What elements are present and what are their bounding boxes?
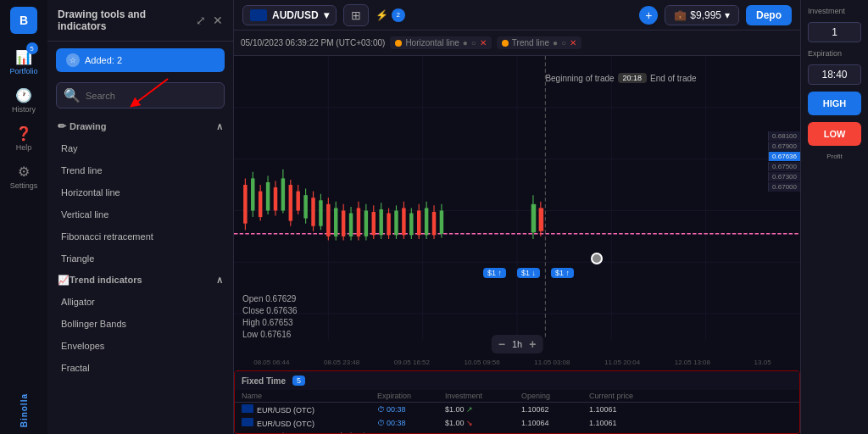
horizontal-line-label: Horizontal line — [405, 38, 459, 47]
added-badge[interactable]: ☆ Added: 2 — [56, 48, 225, 72]
settings-icon: ⚙ — [18, 164, 30, 180]
brand-logo: B — [10, 7, 37, 34]
investment-label: Investment — [808, 7, 861, 15]
timeline-label-6: 12.05 13:08 — [659, 359, 727, 366]
price-level-1: 0.68100 — [768, 131, 800, 141]
sidebar-item-settings-label: Settings — [10, 181, 38, 190]
s1-badge-2[interactable]: $1 ↓ — [517, 268, 540, 278]
close-icon[interactable]: ✕ — [213, 14, 223, 27]
search-box[interactable]: 🔍 — [56, 82, 225, 108]
table-row: EUR/USD (OTC) ⏱00:38 $1.00 ↗ 1.10062 1.1… — [235, 403, 799, 416]
sidebar-item-portfolio-label: Portfolio — [9, 67, 37, 75]
investment-input[interactable] — [808, 22, 861, 42]
indicators-button[interactable]: ⊞ — [343, 4, 369, 26]
positions-columns: Name Expiration Investment Opening Curre… — [235, 390, 799, 403]
col-name: Name — [242, 392, 377, 400]
timeline-label-0: 08.05 06:44 — [237, 359, 306, 366]
low-button[interactable]: LOW — [808, 122, 861, 146]
sidebar-item-history-label: History — [12, 105, 36, 114]
col-investment: Investment — [445, 392, 521, 400]
chart-toolbar: 05/10/2023 06:39:22 PM (UTC+03:00) Horiz… — [234, 31, 800, 56]
time-minus-button[interactable]: − — [498, 337, 505, 351]
col-opening: Opening — [521, 392, 589, 400]
balance-button[interactable]: 💼 $9,995 ▾ — [665, 5, 739, 25]
row1-expiry: ⏱00:38 — [377, 405, 445, 414]
timeline-label-4: 11.05 03:08 — [518, 359, 587, 366]
right-panel: Investment Expiration 18:40 HIGH LOW Pro… — [800, 0, 868, 434]
positions-footer: Investment $5.00 Expected P/L +$4.02 — [235, 430, 799, 434]
pair-label: AUD/USD — [272, 9, 319, 21]
positions-table: Fixed Time 5 Name Expiration Investment … — [234, 370, 800, 434]
col-current-price: Current price — [589, 392, 657, 400]
s1-badge-1[interactable]: $1 ↑ — [483, 268, 506, 278]
timeline-label-2: 09.05 16:52 — [378, 359, 447, 366]
tool-fibonacci[interactable]: Fibonacci retracement — [47, 225, 233, 248]
chart-container[interactable]: Beginning of trade 20:18 End of trade Op… — [234, 56, 800, 434]
sidebar-item-history[interactable]: 🕐 History — [0, 82, 47, 119]
tools-list: ✏Drawing ∧ Ray Trend line Horizontal lin… — [47, 115, 233, 434]
drawing-category-header[interactable]: ✏Drawing ∧ — [47, 115, 233, 137]
trade-annotation: Beginning of trade 20:18 End of trade — [545, 73, 696, 83]
algo-indicator: ⚡ 2 — [376, 8, 405, 22]
expiration-value: 18:40 — [808, 64, 861, 85]
time-value: 1h — [512, 339, 522, 349]
t-line-eye-icon: ○ — [561, 38, 566, 47]
tool-envelopes[interactable]: Envelopes — [47, 335, 233, 357]
top-bar: AUD/USD ▾ ⊞ ⚡ 2 + 💼 $9,995 ▾ Depo — [234, 0, 800, 31]
search-input[interactable] — [86, 91, 217, 101]
tool-triangle[interactable]: Triangle — [47, 248, 233, 270]
expiration-label: Expiration — [808, 49, 861, 58]
chart-svg — [234, 56, 800, 340]
row1-opening: 1.10062 — [521, 405, 589, 414]
high-button[interactable]: HIGH — [808, 92, 861, 115]
sidebar-item-help-label: Help — [16, 143, 32, 152]
timeline-label-5: 11.05 20:04 — [588, 359, 657, 366]
trend-indicators-label: Trend indicators — [70, 275, 142, 285]
tool-horizontal-line[interactable]: Horizontal line — [47, 181, 233, 203]
tool-fractal[interactable]: Fractal — [47, 357, 233, 379]
price-open: Open 0.67629 — [242, 293, 298, 305]
price-high: High 0.67653 — [242, 317, 298, 329]
trend-indicators-header[interactable]: 📈Trend indicators ∧ — [47, 270, 233, 291]
algo-icon: ⚡ — [376, 9, 388, 21]
pencil-icon: ✏ — [58, 120, 66, 132]
price-info: Open 0.67629 Close 0.67636 High 0.67653 … — [242, 293, 298, 341]
positions-header: Fixed Time 5 — [235, 371, 799, 390]
pair-selector[interactable]: AUD/USD ▾ — [242, 5, 337, 25]
end-label: End of trade — [650, 74, 696, 83]
tool-vertical-line[interactable]: Vertical line — [47, 203, 233, 225]
time-controls: − 1h + — [492, 335, 543, 353]
balance-dropdown-icon: ▾ — [725, 9, 730, 21]
fixed-time-tab[interactable]: Fixed Time — [242, 376, 286, 386]
price-close: Close 0.67636 — [242, 305, 298, 317]
panel-title: Drawing tools and indicators — [58, 8, 196, 32]
row2-current: 1.10061 — [589, 419, 657, 427]
panel-header-icons: ⤢ ✕ — [196, 14, 223, 27]
tool-bollinger-bands[interactable]: Bollinger Bands — [47, 313, 233, 335]
sidebar-item-settings[interactable]: ⚙ Settings — [0, 159, 47, 195]
tool-trend-line[interactable]: Trend line — [47, 159, 233, 181]
tool-alligator[interactable]: Alligator — [47, 291, 233, 313]
sidebar-item-help[interactable]: ❓ Help — [0, 120, 47, 157]
t-line-edit-icon: ● — [553, 38, 558, 47]
timeline-label-7: 13.05 — [728, 359, 797, 366]
h-line-dot — [395, 40, 402, 47]
row2-expiry: ⏱00:38 — [377, 419, 445, 427]
deposit-button[interactable]: Depo — [746, 5, 792, 25]
tool-ray[interactable]: Ray — [47, 137, 233, 159]
price-level-5: 0.67300 — [768, 172, 800, 181]
aud-flag — [250, 9, 267, 21]
h-line-eye-icon: ○ — [471, 38, 476, 47]
s1-badge-3[interactable]: $1 ↑ — [551, 268, 574, 278]
drawing-category-label: Drawing — [70, 121, 106, 131]
positions-count-badge: 5 — [292, 376, 305, 386]
price-level-6: 0.67000 — [768, 182, 800, 192]
expand-icon[interactable]: ⤢ — [196, 14, 206, 27]
trend-line-indicator[interactable]: Trend line ● ○ ✕ — [497, 36, 581, 49]
h-line-delete-icon: ✕ — [480, 38, 487, 47]
time-plus-button[interactable]: + — [529, 337, 536, 351]
add-button[interactable]: + — [639, 6, 658, 25]
col-expiration: Expiration — [377, 392, 445, 400]
row1-name: EUR/USD (OTC) — [242, 404, 377, 415]
horizontal-line-indicator[interactable]: Horizontal line ● ○ ✕ — [390, 36, 491, 49]
